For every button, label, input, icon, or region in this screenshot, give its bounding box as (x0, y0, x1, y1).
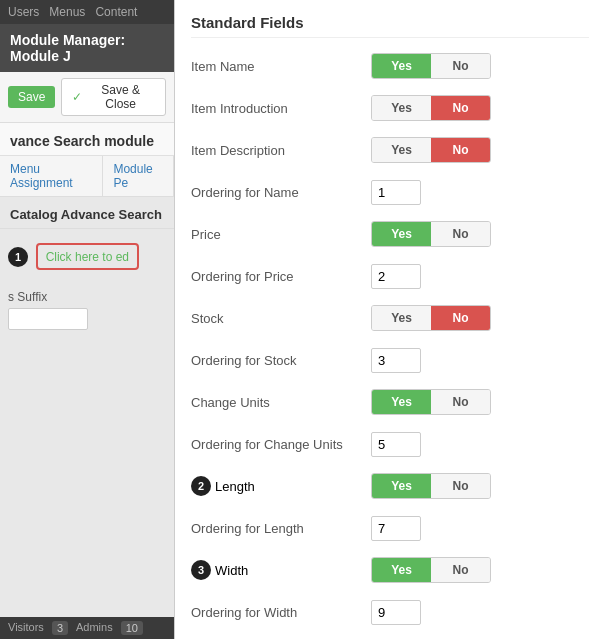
fields-container: Item NameYesNoItem IntroductionYesNoItem… (191, 50, 589, 639)
toggle-no-button[interactable]: No (431, 96, 490, 120)
table-row: Ordering for Change Units (191, 428, 589, 460)
step-badge: 3 (191, 560, 211, 580)
table-row: Ordering for Width (191, 596, 589, 628)
tab-nav: Menu Assignment Module Pe (0, 156, 174, 197)
save-close-label: Save & Close (86, 83, 155, 111)
field-label: Change Units (191, 395, 371, 410)
table-row: Ordering for Name (191, 176, 589, 208)
table-row: Item NameYesNo (191, 50, 589, 82)
table-row: Item IntroductionYesNo (191, 92, 589, 124)
order-input[interactable] (371, 432, 421, 457)
save-button[interactable]: Save (8, 86, 55, 108)
table-row: StockYesNo (191, 302, 589, 334)
order-input[interactable] (371, 348, 421, 373)
suffix-section: s Suffix (0, 284, 174, 336)
toggle-yes-button[interactable]: Yes (372, 558, 431, 582)
field-label: Length (215, 479, 255, 494)
field-label: Item Description (191, 143, 371, 158)
checkmark-icon: ✓ (72, 90, 82, 104)
toggle-no-button[interactable]: No (431, 54, 490, 78)
toggle-group: YesNo (371, 221, 491, 247)
save-close-button[interactable]: ✓ Save & Close (61, 78, 166, 116)
order-input[interactable] (371, 600, 421, 625)
step-badge: 2 (191, 476, 211, 496)
nav-content[interactable]: Content (95, 5, 137, 19)
toggle-group: YesNo (371, 389, 491, 415)
suffix-input[interactable] (8, 308, 88, 330)
catalog-title: Catalog Advance Search (0, 197, 174, 229)
suffix-label: s Suffix (8, 290, 166, 304)
toggle-yes-button[interactable]: Yes (372, 474, 431, 498)
toggle-group: YesNo (371, 137, 491, 163)
step1-badge: 1 (8, 247, 28, 267)
table-row: Item DescriptionYesNo (191, 134, 589, 166)
field-label: Ordering for Width (191, 605, 371, 620)
toggle-yes-button[interactable]: Yes (372, 138, 431, 162)
order-input[interactable] (371, 180, 421, 205)
toggle-yes-button[interactable]: Yes (372, 222, 431, 246)
right-panel: Standard Fields Item NameYesNoItem Intro… (175, 0, 605, 639)
field-label: Ordering for Length (191, 521, 371, 536)
toggle-yes-button[interactable]: Yes (372, 54, 431, 78)
field-label: Stock (191, 311, 371, 326)
table-row: Ordering for Length (191, 512, 589, 544)
toggle-no-button[interactable]: No (431, 222, 490, 246)
toggle-group: YesNo (371, 473, 491, 499)
click-here-box[interactable]: Click here to ed (36, 243, 139, 270)
toggle-group: YesNo (371, 95, 491, 121)
field-label: Ordering for Price (191, 269, 371, 284)
field-label: Ordering for Stock (191, 353, 371, 368)
field-label-with-badge: 2Length (191, 476, 371, 496)
nav-users[interactable]: Users (8, 5, 39, 19)
field-label-with-badge: 3Width (191, 560, 371, 580)
toggle-no-button[interactable]: No (431, 138, 490, 162)
field-label: Item Introduction (191, 101, 371, 116)
module-subtitle: vance Search module (0, 123, 174, 156)
admins-label: Admins (76, 621, 113, 635)
table-row: PriceYesNo (191, 218, 589, 250)
table-row: Ordering for Stock (191, 344, 589, 376)
visitors-label: Visitors (8, 621, 44, 635)
field-label: Price (191, 227, 371, 242)
left-panel: Users Menus Content Module Manager: Modu… (0, 0, 175, 639)
table-row: Change UnitsYesNo (191, 386, 589, 418)
field-label: Ordering for Name (191, 185, 371, 200)
click-here-link[interactable]: Click here to ed (46, 250, 129, 264)
toggle-group: YesNo (371, 53, 491, 79)
module-manager-title: Module Manager: Module J (0, 24, 174, 72)
bottom-bar: Visitors 3 Admins 10 (0, 617, 174, 639)
admins-badge: 10 (121, 621, 143, 635)
section-title: Standard Fields (191, 14, 589, 38)
toggle-group: YesNo (371, 557, 491, 583)
field-label: Width (215, 563, 248, 578)
toggle-no-button[interactable]: No (431, 306, 490, 330)
toolbar: Save ✓ Save & Close (0, 72, 174, 123)
toggle-yes-button[interactable]: Yes (372, 96, 431, 120)
field-label: Item Name (191, 59, 371, 74)
field-label: Ordering for Change Units (191, 437, 371, 452)
toggle-yes-button[interactable]: Yes (372, 306, 431, 330)
table-row: Ordering for Price (191, 260, 589, 292)
order-input[interactable] (371, 516, 421, 541)
visitors-badge: 3 (52, 621, 68, 635)
step1-section: 1 Click here to ed (0, 229, 174, 284)
tab-menu-assignment[interactable]: Menu Assignment (0, 156, 103, 196)
toggle-no-button[interactable]: No (431, 390, 490, 414)
tab-module-pe[interactable]: Module Pe (103, 156, 174, 196)
top-nav: Users Menus Content (0, 0, 174, 24)
toggle-group: YesNo (371, 305, 491, 331)
table-row: 2LengthYesNo (191, 470, 589, 502)
table-row: 3WidthYesNo (191, 554, 589, 586)
toggle-no-button[interactable]: No (431, 558, 490, 582)
order-input[interactable] (371, 264, 421, 289)
toggle-yes-button[interactable]: Yes (372, 390, 431, 414)
nav-menus[interactable]: Menus (49, 5, 85, 19)
toggle-no-button[interactable]: No (431, 474, 490, 498)
